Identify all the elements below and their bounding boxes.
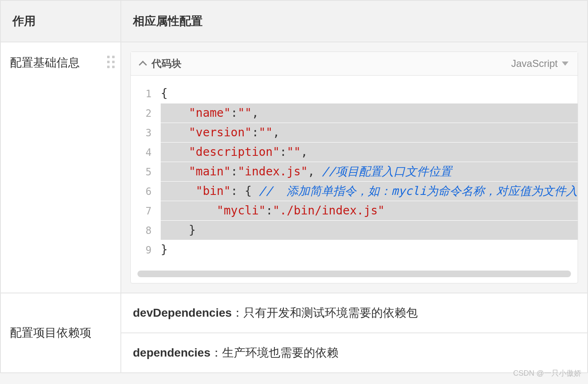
language-selector[interactable]: JavaScript (511, 58, 568, 69)
code-block-header: 代码块 JavaScript (131, 52, 578, 76)
code-line: 2 "name":"", (131, 103, 578, 123)
code-line: 4 "description":"", (131, 143, 578, 162)
code-content[interactable]: "name":"", (161, 103, 578, 123)
row1-label-cell: 配置基础信息 (0, 42, 121, 293)
code-content[interactable]: "main":"index.js", //项目配置入口文件位置 (161, 162, 578, 181)
code-content[interactable]: { (161, 84, 578, 103)
dev-dependencies-key: devDependencies (133, 306, 232, 319)
code-line: 7 "mycli":"./bin/index.js" (131, 201, 578, 221)
row2-label: 配置项目依赖项 (10, 326, 91, 339)
code-content[interactable]: } (161, 221, 578, 240)
config-table: 作用 相应属性配置 配置基础信息 代码块 (0, 0, 588, 373)
code-line: 9} (131, 240, 578, 260)
code-line: 3 "version":"", (131, 123, 578, 143)
horizontal-scrollbar[interactable] (137, 271, 571, 277)
chevron-down-icon (562, 62, 568, 66)
code-content[interactable]: "mycli":"./bin/index.js" (161, 201, 578, 220)
line-number: 3 (131, 123, 161, 143)
code-content[interactable]: } (161, 240, 578, 259)
drag-handle-icon[interactable] (107, 56, 115, 68)
row2-label-cell: 配置项目依赖项 (0, 293, 121, 373)
language-label: JavaScript (511, 58, 558, 69)
row1-content-cell: 代码块 JavaScript 1{2 "name":"",3 "version"… (121, 42, 588, 293)
code-body: 1{2 "name":"",3 "version":"",4 "descript… (131, 76, 578, 266)
code-line: 6 "bin": { // 添加简单指令，如：mycli为命令名称，对应值为文件… (131, 182, 578, 201)
row1-label: 配置基础信息 (10, 56, 80, 69)
dependencies-cell: dependencies：生产环境也需要的依赖 (121, 333, 588, 373)
header-col2: 相应属性配置 (121, 0, 588, 42)
line-number: 9 (131, 241, 161, 260)
dependencies-desc: ：生产环境也需要的依赖 (211, 346, 338, 359)
code-content[interactable]: "version":"", (161, 123, 578, 142)
line-number: 1 (131, 84, 161, 103)
dev-dependencies-cell: devDependencies：只有开发和测试环境需要的依赖包 (121, 293, 588, 333)
table-row: 配置项目依赖项 devDependencies：只有开发和测试环境需要的依赖包 (0, 293, 588, 333)
dev-dependencies-desc: ：只有开发和测试环境需要的依赖包 (232, 306, 418, 319)
line-number: 5 (131, 162, 161, 182)
code-block: 代码块 JavaScript 1{2 "name":"",3 "version"… (130, 52, 578, 283)
code-line: 8 } (131, 221, 578, 240)
line-number: 8 (131, 221, 161, 240)
line-number: 4 (131, 143, 161, 162)
chevron-up-icon[interactable] (139, 61, 147, 69)
header-col1: 作用 (0, 0, 121, 42)
code-line: 1{ (131, 84, 578, 103)
code-block-title: 代码块 (152, 57, 181, 70)
line-number: 7 (131, 202, 161, 221)
code-content[interactable]: "bin": { // 添加简单指令，如：mycli为命令名称，对应值为文件入口 (161, 182, 578, 201)
dependencies-key: dependencies (133, 346, 211, 359)
code-line: 5 "main":"index.js", //项目配置入口文件位置 (131, 162, 578, 182)
code-content[interactable]: "description":"", (161, 143, 578, 162)
table-row: 配置基础信息 代码块 JavaScript (0, 42, 588, 293)
line-number: 2 (131, 104, 161, 123)
line-number: 6 (131, 182, 161, 201)
